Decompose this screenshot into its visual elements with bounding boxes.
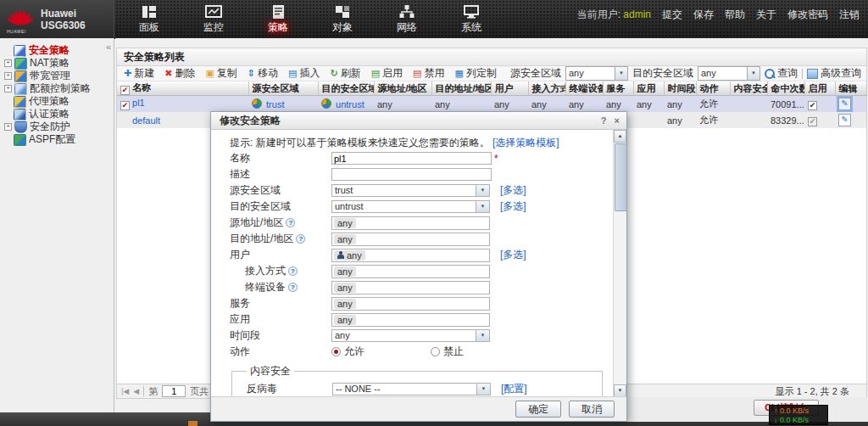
policy-name-link[interactable]: pl1 bbox=[132, 98, 145, 108]
save-link[interactable]: 保存 bbox=[693, 8, 714, 22]
page-number-input[interactable] bbox=[162, 385, 186, 397]
dialog-user-input[interactable]: any bbox=[331, 249, 490, 262]
src-zone-filter-select[interactable]: any ▼ bbox=[565, 66, 628, 81]
sidebar-item-security-protection[interactable]: + 安全防护 bbox=[0, 121, 114, 133]
nav-item-system[interactable]: 系统 bbox=[449, 3, 493, 35]
toolbar-enable-button[interactable]: ▤ 启用 bbox=[371, 66, 403, 81]
policy-template-link[interactable]: [选择策略模板] bbox=[492, 137, 559, 149]
advanced-query-button[interactable]: 高级查询 bbox=[807, 66, 861, 81]
column-header-user[interactable]: 用户 bbox=[491, 81, 528, 96]
dst-zone-filter-select[interactable]: any ▼ bbox=[698, 66, 760, 81]
column-header-dst-addr[interactable]: 目的地址/地区 bbox=[431, 81, 491, 96]
enabled-checkbox[interactable]: ✔ bbox=[808, 117, 817, 126]
sidebar-item-aspf-config[interactable]: ASPF配置 bbox=[0, 133, 114, 146]
expand-icon[interactable]: + bbox=[4, 123, 12, 131]
dialog-desc-input[interactable] bbox=[331, 168, 492, 181]
toolbar-disable-button[interactable]: ▤ 禁用 bbox=[413, 66, 444, 81]
toolbar-copy-button[interactable]: ▣ 复制 bbox=[205, 66, 236, 81]
column-header-src-addr[interactable]: 源地址/地区 bbox=[374, 81, 431, 96]
dialog-app-input[interactable]: any bbox=[331, 313, 490, 327]
scroll-down-icon[interactable]: ▼ bbox=[614, 384, 626, 397]
column-header-access[interactable]: 接入方式 bbox=[528, 81, 565, 96]
column-header-content-security[interactable]: 内容安全 bbox=[730, 81, 767, 96]
toolbar-delete-button[interactable]: ✖ 删除 bbox=[164, 66, 195, 81]
toolbar-insert-button[interactable]: ▤ 插入 bbox=[288, 66, 320, 81]
dialog-help-icon[interactable]: ? bbox=[601, 112, 607, 129]
enabled-checkbox[interactable]: ✔ bbox=[808, 101, 817, 110]
nav-item-object[interactable]: 对象 bbox=[320, 3, 364, 35]
column-header-app[interactable]: 应用 bbox=[633, 81, 664, 96]
sidebar-item-proxy-policy[interactable]: 代理策略 bbox=[0, 95, 114, 108]
scroll-up-icon[interactable]: ▲ bbox=[614, 130, 626, 143]
dialog-service-input[interactable]: any bbox=[331, 297, 490, 311]
dialog-antivirus-select[interactable]: -- NONE -- ▼ bbox=[332, 383, 491, 395]
dialog-src-zone-select[interactable]: trust ▼ bbox=[331, 184, 490, 197]
dialog-close-icon[interactable]: × bbox=[615, 112, 620, 129]
action-allow-radio[interactable] bbox=[331, 347, 341, 356]
toolbar-refresh-button[interactable]: ↻ 刷新 bbox=[330, 66, 360, 81]
dialog-scrollbar[interactable]: ▲ ▼ bbox=[613, 130, 626, 397]
sidebar-item-quota-control-policy[interactable]: + 配额控制策略 bbox=[0, 82, 114, 95]
column-header-name[interactable]: ✔ 名称 bbox=[117, 81, 248, 96]
column-header-hits[interactable]: 命中次数 bbox=[767, 81, 804, 96]
about-link[interactable]: 关于 bbox=[756, 8, 776, 22]
dst-zone-multi-link[interactable]: [多选] bbox=[500, 199, 526, 214]
action-deny-radio[interactable] bbox=[431, 347, 440, 356]
column-header-dst-zone[interactable]: 目的安全区域 bbox=[318, 81, 374, 96]
sidebar-collapse-icon[interactable]: « bbox=[106, 42, 111, 52]
logout-link[interactable]: 注销 bbox=[839, 8, 860, 22]
scrollbar-thumb[interactable] bbox=[615, 143, 627, 211]
column-header-time[interactable]: 时间段 bbox=[664, 81, 696, 96]
antivirus-config-link[interactable]: [配置] bbox=[501, 382, 527, 396]
first-page-icon[interactable]: |◀ bbox=[121, 387, 129, 395]
column-header-edit[interactable]: 编辑 bbox=[835, 81, 866, 96]
expand-icon[interactable]: + bbox=[4, 72, 12, 80]
prev-page-icon[interactable]: ◀ bbox=[133, 387, 139, 395]
dialog-access-input[interactable]: any bbox=[331, 265, 490, 278]
submit-link[interactable]: 提交 bbox=[662, 8, 682, 22]
sidebar-item-auth-policy[interactable]: 认证策略 bbox=[0, 108, 114, 121]
column-header-service[interactable]: 服务 bbox=[603, 81, 633, 96]
user-multi-link[interactable]: [多选] bbox=[500, 248, 526, 262]
toolbar-new-button[interactable]: ✚ 新建 bbox=[124, 66, 154, 81]
dialog-name-input[interactable] bbox=[331, 152, 492, 165]
sidebar-item-security-policy[interactable]: 安全策略 bbox=[0, 44, 114, 57]
column-header-device[interactable]: 终端设备 bbox=[565, 81, 603, 96]
expand-icon[interactable]: + bbox=[4, 85, 12, 92]
help-link[interactable]: 帮助 bbox=[725, 8, 745, 22]
ok-button[interactable]: 确定 bbox=[515, 401, 561, 418]
table-row[interactable]: ✔ pl1 trust untrust any any any any any … bbox=[117, 96, 866, 113]
dialog-device-input[interactable]: any bbox=[331, 281, 490, 294]
src-zone-link[interactable]: trust bbox=[266, 99, 284, 109]
toolbar-move-button[interactable]: ⇕ 移动 bbox=[248, 66, 278, 81]
nav-item-policy[interactable]: 策略 bbox=[256, 3, 300, 35]
dialog-time-select[interactable]: any ▼ bbox=[331, 329, 490, 342]
cancel-button[interactable]: 取消 bbox=[569, 401, 615, 418]
policy-name-link[interactable]: default bbox=[132, 115, 160, 126]
select-all-checkbox[interactable]: ✔ bbox=[120, 86, 130, 95]
query-button[interactable]: 查询 bbox=[765, 66, 798, 81]
edit-icon[interactable]: ✎ bbox=[838, 98, 851, 110]
row-checkbox[interactable]: ✔ bbox=[120, 101, 130, 110]
dst-zone-link[interactable]: untrust bbox=[336, 99, 364, 109]
dialog-dst-zone-select[interactable]: untrust ▼ bbox=[331, 200, 490, 213]
column-header-src-zone[interactable]: 源安全区域 bbox=[248, 81, 318, 96]
nav-item-dashboard[interactable]: 面板 bbox=[127, 3, 171, 35]
help-icon[interactable]: ? bbox=[296, 234, 305, 244]
toolbar-column-customize-button[interactable]: ▦ 列定制 bbox=[455, 66, 497, 81]
column-header-enabled[interactable]: 启用 bbox=[804, 81, 835, 96]
expand-icon[interactable]: + bbox=[4, 59, 12, 67]
nav-item-monitor[interactable]: 监控 bbox=[192, 3, 236, 35]
sidebar-item-nat-policy[interactable]: + NAT策略 bbox=[0, 57, 114, 70]
dialog-src-addr-input[interactable]: any bbox=[331, 216, 490, 230]
help-icon[interactable]: ? bbox=[288, 266, 298, 276]
src-zone-multi-link[interactable]: [多选] bbox=[500, 183, 526, 198]
column-header-action[interactable]: 动作 bbox=[696, 81, 730, 96]
help-icon[interactable]: ? bbox=[288, 283, 298, 292]
help-icon[interactable]: ? bbox=[286, 218, 295, 227]
change-password-link[interactable]: 修改密码 bbox=[787, 8, 828, 22]
edit-icon[interactable]: ✎ bbox=[838, 114, 851, 126]
sidebar-item-bandwidth-management[interactable]: + 带宽管理 bbox=[0, 70, 114, 82]
dialog-dst-addr-input[interactable]: any bbox=[331, 233, 490, 246]
nav-item-network[interactable]: 网络 bbox=[385, 3, 429, 35]
